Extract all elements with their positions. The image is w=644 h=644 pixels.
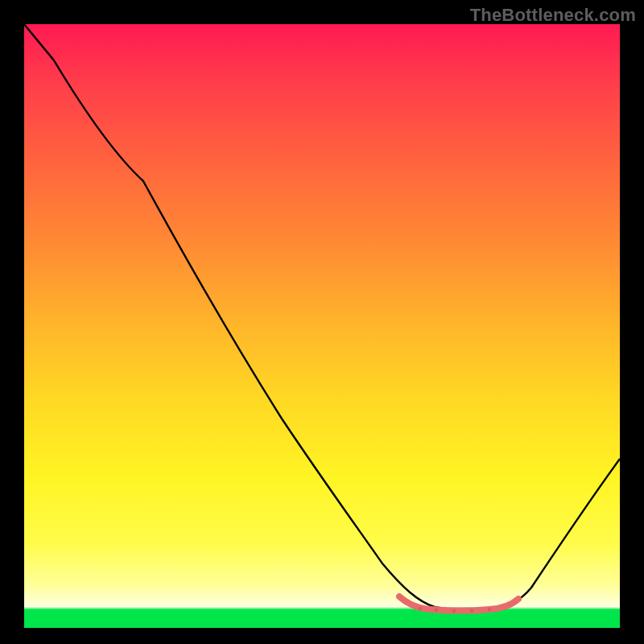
svg-point-3 [470,609,473,612]
svg-point-4 [488,608,491,611]
watermark-text: TheBottleneck.com [470,5,636,26]
svg-point-1 [435,609,438,612]
chart-container: TheBottleneck.com [0,0,644,644]
curve-overlay [24,24,620,628]
svg-point-2 [452,609,456,613]
plot-area [24,24,620,628]
svg-point-0 [419,607,422,610]
bottleneck-curve [24,24,620,609]
